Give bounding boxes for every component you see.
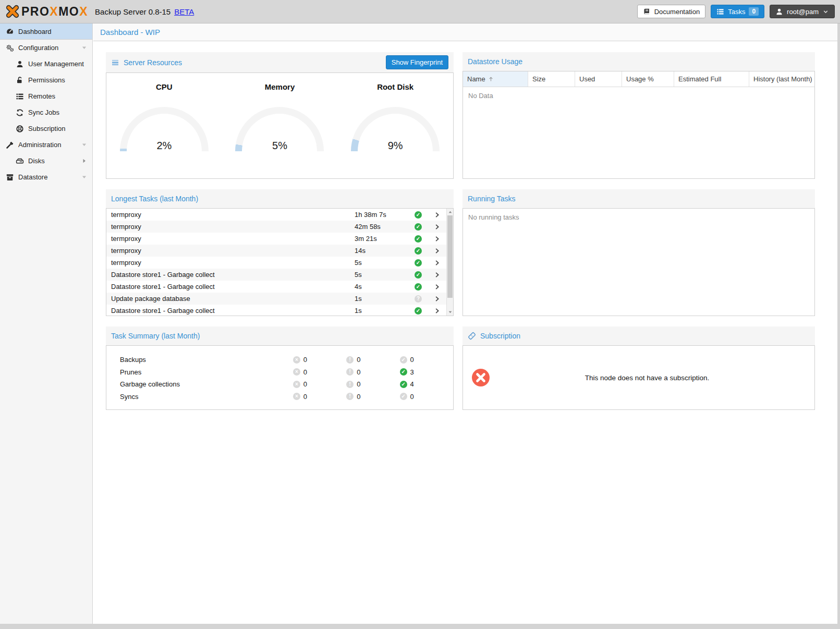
sidebar-item-administration[interactable]: Administration	[0, 137, 92, 153]
gauge-value: 5%	[235, 140, 324, 152]
sidebar-item-subscription[interactable]: Subscription	[0, 120, 92, 137]
gauge-title: Root Disk	[377, 82, 413, 91]
right-column: Datastore Usage NameSizeUsedUsage %Estim…	[462, 52, 815, 410]
open-task-chevron-icon[interactable]	[428, 236, 446, 242]
task-row[interactable]: termproxy42m 58s✓	[106, 221, 446, 233]
open-task-chevron-icon[interactable]	[428, 296, 446, 302]
sidebar-item-configuration[interactable]: Configuration	[0, 40, 92, 56]
page-title: Dashboard - WIP	[93, 23, 837, 41]
longest-tasks-title: Longest Tasks (last Month)	[111, 195, 198, 203]
task-summary-body: Backups×0!0✓0Prunes×0!0✓3Garbage collect…	[106, 345, 454, 410]
show-fingerprint-button[interactable]: Show Fingerprint	[386, 55, 448, 69]
task-row[interactable]: Datastore store1 - Garbage collect5s✓	[106, 269, 446, 281]
expander-down-icon[interactable]	[81, 141, 88, 148]
viewport-bottom-border	[0, 624, 840, 629]
documentation-button[interactable]: Documentation	[637, 5, 705, 18]
summary-label: Garbage collections	[120, 380, 293, 388]
column-header-usage[interactable]: Usage %	[622, 71, 674, 87]
task-summary-title: Task Summary (last Month)	[111, 332, 200, 340]
task-duration: 1s	[355, 295, 409, 303]
sort-up-icon	[488, 76, 494, 82]
running-tasks-header: Running Tasks	[462, 189, 815, 208]
open-task-chevron-icon[interactable]	[428, 272, 446, 278]
open-task-chevron-icon[interactable]	[428, 248, 446, 254]
support-icon	[16, 125, 24, 133]
summary-error-value: 0	[303, 356, 307, 364]
task-row[interactable]: Datastore store1 - Garbage collect1s✓	[106, 305, 446, 316]
summary-error-value: 0	[303, 380, 307, 388]
ok-check-icon: ✓	[415, 211, 422, 219]
left-column: Server Resources Show Fingerprint CPU2%M…	[106, 52, 454, 410]
column-header-size[interactable]: Size	[528, 71, 575, 87]
open-task-chevron-icon[interactable]	[428, 224, 446, 230]
task-name: Datastore store1 - Garbage collect	[106, 307, 355, 314]
open-task-chevron-icon[interactable]	[428, 260, 446, 266]
subscription-body: This node does not have a subscription.	[462, 345, 815, 410]
summary-ok-value: 0	[410, 356, 414, 364]
task-row[interactable]: termproxy14s✓	[106, 245, 446, 257]
task-name: termproxy	[106, 259, 355, 267]
open-task-chevron-icon[interactable]	[428, 212, 446, 218]
user-label: root@pam	[787, 8, 819, 16]
ok-count-icon: ✓	[400, 393, 407, 400]
sidebar-item-label: Remotes	[28, 92, 55, 100]
summary-error: ×0	[293, 368, 346, 376]
datastore-usage-panel: Datastore Usage NameSizeUsedUsage %Estim…	[462, 52, 815, 179]
hdd-icon	[16, 157, 24, 165]
task-row[interactable]: Datastore store1 - Garbage collect4s✓	[106, 281, 446, 293]
summary-row-prunes: Prunes×0!0✓3	[120, 366, 453, 379]
summary-warning: !0	[346, 393, 399, 401]
task-row[interactable]: Update package database1s?	[106, 293, 446, 305]
server-bars-icon	[111, 58, 119, 67]
summary-ok: ✓3	[400, 368, 453, 376]
sidebar-item-remotes[interactable]: Remotes	[0, 88, 92, 104]
task-duration: 4s	[355, 283, 409, 291]
task-row[interactable]: termproxy3m 21s✓	[106, 233, 446, 245]
beta-link[interactable]: BETA	[174, 7, 194, 16]
expander-right-icon[interactable]	[81, 158, 88, 164]
documentation-label: Documentation	[654, 8, 700, 16]
sidebar-item-dashboard[interactable]: Dashboard	[0, 23, 92, 40]
tasks-button[interactable]: Tasks 0	[711, 5, 764, 18]
datastore-usage-empty: No Data	[463, 87, 814, 104]
summary-row-syncs: Syncs×0!0✓0	[120, 391, 453, 403]
column-header-used[interactable]: Used	[575, 71, 622, 87]
scroll-up-arrow[interactable]	[447, 209, 453, 215]
sidebar-item-sync-jobs[interactable]: Sync Jobs	[0, 104, 92, 120]
user-menu-button[interactable]: root@pam	[770, 5, 835, 18]
warning-count-icon: !	[346, 393, 354, 400]
task-name: termproxy	[106, 247, 355, 255]
sidebar-item-datastore[interactable]: Datastore	[0, 169, 92, 185]
gauge-arc-memory: 5%	[235, 107, 324, 152]
column-header-estimated-full[interactable]: Estimated Full	[674, 71, 749, 87]
summary-row-backups: Backups×0!0✓0	[120, 354, 453, 366]
refresh-icon	[16, 108, 24, 117]
scroll-down-arrow[interactable]	[447, 309, 453, 316]
ticket-icon	[468, 332, 476, 340]
viewport-right-border	[837, 23, 840, 629]
error-count-icon: ×	[293, 356, 300, 364]
ok-count-icon: ✓	[400, 381, 407, 388]
error-count-icon: ×	[293, 368, 300, 376]
expander-down-icon[interactable]	[81, 44, 88, 51]
sidebar-item-disks[interactable]: Disks	[0, 153, 92, 169]
topbar: PROXMOX Backup Server 0.8-15 BETA Docume…	[0, 0, 840, 23]
column-label: Estimated Full	[678, 75, 721, 83]
scroll-thumb[interactable]	[447, 215, 453, 298]
scrollbar[interactable]	[446, 209, 453, 316]
task-row[interactable]: termproxy5s✓	[106, 257, 446, 269]
error-count-icon: ×	[293, 393, 300, 400]
sidebar-item-permissions[interactable]: Permissions	[0, 72, 92, 88]
open-task-chevron-icon[interactable]	[428, 308, 446, 314]
expander-down-icon[interactable]	[81, 174, 88, 180]
task-name: termproxy	[106, 235, 355, 243]
sidebar-item-user-management[interactable]: User Management	[0, 56, 92, 72]
sidebar-item-label: Permissions	[28, 76, 65, 84]
task-duration: 42m 58s	[355, 223, 409, 231]
open-task-chevron-icon[interactable]	[428, 284, 446, 290]
task-status: ✓	[409, 259, 428, 267]
column-header-name[interactable]: Name	[463, 71, 528, 87]
column-header-history-last-month[interactable]: History (last Month)	[749, 71, 814, 87]
task-row[interactable]: termproxy1h 38m 7s✓	[106, 209, 446, 221]
datastore-usage-header: Datastore Usage	[462, 52, 815, 71]
